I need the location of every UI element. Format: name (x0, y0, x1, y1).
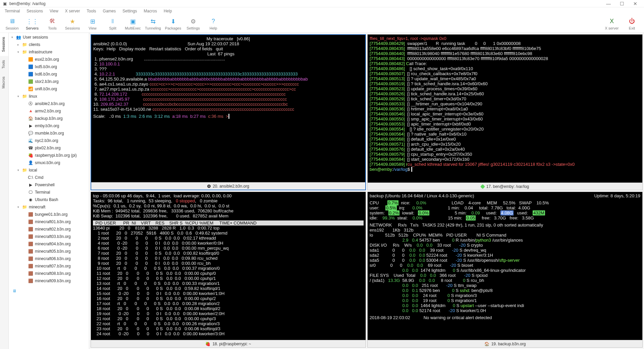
sessions-icon: ★ (68, 17, 76, 26)
tree-item[interactable]: 🖵Terminal (9, 189, 89, 196)
node-icon: 🟧 (28, 57, 34, 62)
tool-split[interactable]: ⫴Split (103, 17, 123, 30)
pane-tab-emby[interactable]: 17. ben@emby: /var/log (368, 183, 642, 190)
tree-item[interactable]: ☎pbx02.b3n.org (9, 144, 89, 152)
tree-item[interactable]: 📶unifi.b3n.org (9, 85, 89, 93)
tree-item[interactable]: Ⓐansible2.b3n.org (9, 100, 89, 107)
servers-icon: ⋮⋮ (28, 17, 36, 26)
tree-item[interactable]: ▶emby.b3n.org (9, 122, 89, 130)
tool-packages[interactable]: ⬇Packages (163, 17, 183, 30)
pane-raspberrypi[interactable]: top - 05:03:06 up 46 days, 9:44, 1 user,… (91, 192, 366, 348)
node-icon: ▶ (28, 182, 34, 188)
tool-exit[interactable]: ⏻Exit (622, 17, 642, 30)
menu-terminal[interactable]: Terminal (1, 8, 23, 14)
menu-settings[interactable]: Settings (119, 8, 140, 14)
menu-games[interactable]: Games (100, 8, 119, 14)
tree-item[interactable]: 🟫minecraft08.b3n.org (9, 270, 89, 277)
tool-multiexec[interactable]: ▣MultiExec (123, 17, 143, 30)
desktop-icon[interactable]: 🖥 (11, 288, 17, 294)
tool-session[interactable]: 🖥Session (2, 17, 22, 30)
menu-view[interactable]: View (46, 8, 62, 14)
tree-item[interactable]: ▸📁clients (9, 41, 89, 48)
pane-backup[interactable]: backup (Ubuntu 16.04 64bit / Linux 4.4.0… (367, 192, 643, 348)
tool-label: Session (5, 26, 18, 30)
tree-item[interactable]: 🟫minecraft09.b3n.org (9, 277, 89, 285)
tool-view[interactable]: ⊞View (83, 17, 103, 30)
side-tab-sessions[interactable]: Sessions (0, 33, 8, 56)
tree-label: minecraft01.b3n.org (35, 219, 71, 224)
tree-label: Powershell (35, 183, 55, 187)
pane-tab-raspberrypi[interactable]: 🍓 18. pi@raspberrypi: ~ (91, 340, 366, 347)
tree-item[interactable]: 🍓raspberrypi.b3n.org (pi) (9, 152, 89, 159)
tree-item[interactable]: 👤smuxi.b3n.org (9, 159, 89, 166)
tree-item[interactable]: 🟩stor2.b3n.org (9, 78, 89, 85)
minimize-button[interactable]: — (602, 1, 615, 6)
tree-item[interactable]: ▾📁minecraft (9, 203, 89, 211)
menu-tools[interactable]: Tools (84, 8, 100, 14)
tree-label: Cmd (35, 175, 43, 180)
packages-icon: ⬇ (169, 17, 177, 26)
tree-item[interactable]: 🟫minecraft07.b3n.org (9, 262, 89, 270)
pane-emby-log[interactable]: ffies_till_next_fqs=1, root ->qsmask 0x0… (367, 34, 643, 190)
toolbar: 🖥Session⋮⋮Servers🛠Tools★Sessions⊞View⫴Sp… (0, 15, 644, 33)
pane-ansible2[interactable]: My traceroute [v0.86]ansible2 (0.0.0.0) … (91, 34, 366, 190)
node-icon: 📁 (21, 94, 28, 99)
tree-label: emby.b3n.org (35, 123, 59, 128)
side-tabs: SessionsToolsMacros (0, 33, 9, 349)
tree-item[interactable]: ▾📁local (9, 166, 89, 174)
window-title: ben@emby: /var/log (9, 1, 46, 6)
tool-servers[interactable]: ⋮⋮Servers (22, 17, 42, 30)
tree-item[interactable]: ◉Ubuntu Bash (9, 196, 89, 203)
side-tab-tools[interactable]: Tools (0, 56, 8, 73)
tool-label: Settings (186, 26, 200, 30)
tree-item[interactable]: 🌊nyc2.b3n.org (9, 137, 89, 144)
tree-item[interactable]: C:\Cmd (9, 174, 89, 181)
tool-label: Tunneling (145, 26, 161, 30)
tree-item[interactable]: ▾📁linux (9, 93, 89, 100)
tree-item[interactable]: 🟦lxd5.b3n.org (9, 63, 89, 70)
tree-label: ansible2.b3n.org (35, 101, 65, 106)
tree-item[interactable]: 🟫minecraft05.b3n.org (9, 248, 89, 255)
tree-item[interactable]: 🟫minecraft04.b3n.org (9, 240, 89, 248)
home-icon: 🏠 (484, 342, 489, 346)
tree-item[interactable]: ▾👥User sessions (9, 34, 89, 41)
node-icon: 👤 (28, 160, 34, 165)
tool-x server[interactable]: XX server (602, 17, 622, 30)
tree-label: raspberrypi.b3n.org (pi) (35, 153, 77, 158)
pane-tab-ansible2[interactable]: A 20. ansible2.b3n.org (91, 182, 365, 190)
tool-help[interactable]: ?Help (203, 17, 223, 30)
tree-item[interactable]: 🟫bungee01.b3n.org (9, 211, 89, 218)
tree-item[interactable]: 🟫minecraft03.b3n.org (9, 233, 89, 240)
node-icon: ▶ (28, 123, 34, 129)
tree-item[interactable]: 🟫minecraft06.b3n.org (9, 255, 89, 262)
tool-tools[interactable]: 🛠Tools (42, 17, 62, 30)
node-icon: 💬 (28, 131, 34, 136)
tree-item[interactable]: 🟧esxi2.b3n.org (9, 56, 89, 63)
ansible-icon: A (207, 185, 211, 188)
tool-tunneling[interactable]: ⇆Tunneling (143, 17, 163, 30)
menu-x-server[interactable]: X server (62, 8, 84, 14)
maximize-button[interactable]: ☐ (615, 1, 629, 6)
menu-sessions[interactable]: Sessions (23, 8, 46, 14)
tree-item[interactable]: ▶Powershell (9, 181, 89, 189)
tree-item[interactable]: 🔺armv2.b3n.org (9, 107, 89, 115)
menu-help[interactable]: Help (160, 8, 175, 14)
tool-settings[interactable]: ⚙Settings (183, 17, 203, 30)
tree-item[interactable]: 💬mumble.b3n.org (9, 130, 89, 137)
tree-item[interactable]: 🟦lxd6.b3n.org (9, 70, 89, 78)
tool-sessions[interactable]: ★Sessions (62, 17, 83, 30)
tree-item[interactable]: ▾📁infrastructure (9, 48, 89, 56)
tree-label: esxi2.b3n.org (35, 57, 59, 62)
session-tree[interactable]: ▾👥User sessions▸📁clients▾📁infrastructure… (9, 33, 89, 349)
side-tab-macros[interactable]: Macros (0, 72, 8, 93)
menu-macros[interactable]: Macros (141, 8, 160, 14)
node-icon: 🌊 (28, 138, 34, 143)
tree-item[interactable]: 🟫minecraft02.b3n.org (9, 226, 89, 233)
tree-item[interactable]: 🏠backup.b3n.org (9, 115, 89, 122)
tree-item[interactable]: 🟫minecraft01.b3n.org (9, 218, 89, 226)
pane-tab-backup[interactable]: 🏠 19. backup.b3n.org (368, 340, 642, 347)
node-icon: 📁 (21, 42, 28, 47)
close-button[interactable]: ✕ (629, 1, 642, 6)
tree-label: unifi.b3n.org (35, 87, 57, 91)
tree-label: nyc2.b3n.org (35, 138, 58, 143)
